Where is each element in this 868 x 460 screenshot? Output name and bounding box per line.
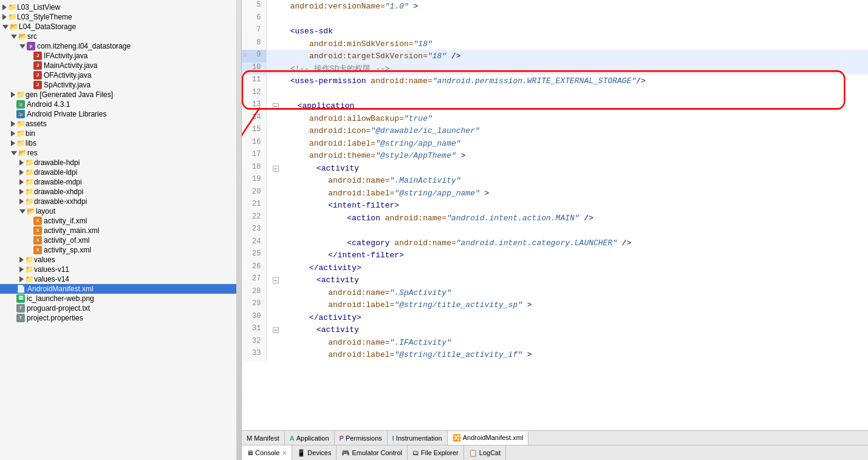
java-icon: J — [33, 52, 42, 60]
tab-logcat[interactable]: 📋 LogCat — [464, 445, 506, 460]
tree-label: L03_StyleTheme — [17, 13, 72, 21]
tree-item-package[interactable]: p com.itzheng.l04_datastorage — [0, 41, 236, 51]
lib-icon: 📚 — [16, 110, 25, 118]
console-close-icon: ✕ — [282, 450, 287, 456]
bottom-tabs: M Manifest A Application P Permissions I… — [242, 430, 868, 460]
expand-icon — [19, 266, 24, 272]
tree-item-bin[interactable]: 📁 bin — [0, 129, 236, 138]
tree-item-src[interactable]: 📂 src — [0, 32, 236, 41]
tree-item-project-props[interactable]: T project.properties — [0, 313, 236, 323]
tree-item-drawable-xhdpi[interactable]: 📁 drawable-xhdpi — [0, 187, 236, 197]
tree-item-ifactivity[interactable]: J IFActivity.java — [0, 51, 236, 61]
tree-label: SpActivity.java — [44, 81, 91, 89]
tree-item-drawable-ldpi[interactable]: 📁 drawable-ldpi — [0, 167, 236, 177]
tree-item-spactivity[interactable]: J SpActivity.java — [0, 80, 236, 90]
expand-icon — [19, 44, 26, 49]
tree-item-layout[interactable]: 📂 layout — [0, 206, 236, 216]
tree-item-activity-if[interactable]: X activity_if.xml — [0, 216, 236, 226]
tree-item-android-private[interactable]: 📚 Android Private Libraries — [0, 109, 236, 119]
file-explorer-tab-label: File Explorer — [421, 449, 459, 456]
tree-label: values-v11 — [34, 265, 69, 274]
folder-icon: 📁 — [25, 275, 34, 283]
tree-item-activity-main[interactable]: X activity_main.xml — [0, 226, 236, 235]
code-line-15: 15 android:icon="@drawable/ic_launcher" — [242, 124, 868, 137]
fold-icon-31[interactable]: − — [273, 327, 279, 333]
tree-item-mainactivity[interactable]: J MainActivity.java — [0, 61, 236, 70]
code-scroll-area[interactable]: 5 android:versionName="1.0" > 6 7 <uses-… — [242, 0, 868, 430]
fold-icon-13[interactable]: − — [273, 103, 279, 109]
tree-label: Android Private Libraries — [27, 110, 106, 118]
code-line-12: 12 — [242, 87, 868, 100]
tree-item-activity-of[interactable]: X activity_of.xml — [0, 235, 236, 245]
tab-androidmanifest-xml[interactable]: 🔀 AndroidManifest.xml — [448, 431, 529, 445]
tree-item-activity-sp[interactable]: X activity_sp.xml — [0, 245, 236, 255]
folder-icon: 📁 — [8, 3, 17, 12]
tree-label: ic_launcher-web.png — [27, 294, 94, 303]
manifest-tab-icon: M — [247, 435, 252, 442]
tab-emulator-control[interactable]: 🎮 Emulator Control — [337, 445, 408, 460]
tree-item-gen[interactable]: 📁 gen [Generated Java Files] — [0, 90, 236, 100]
tab-manifest[interactable]: M Manifest — [242, 431, 285, 445]
code-line-25: 25 </intent-filter> — [242, 249, 868, 262]
tree-label: src — [27, 32, 37, 41]
tree-item-proguard[interactable]: T proguard-project.txt — [0, 303, 236, 313]
tree-item-values[interactable]: 📁 values — [0, 255, 236, 265]
tree-item-drawable-mdpi[interactable]: 📁 drawable-mdpi — [0, 177, 236, 187]
expand-icon — [11, 35, 17, 39]
code-line-16: 16 android:label="@string/app_name" — [242, 137, 868, 150]
code-line-13: 13 − <application — [242, 100, 868, 112]
tab-permissions[interactable]: P Permissions — [335, 431, 388, 445]
tab-file-explorer[interactable]: 🗂 File Explorer — [408, 445, 464, 460]
tree-item-android431[interactable]: 🤖 Android 4.3.1 — [0, 100, 236, 109]
file-explorer-tab-icon: 🗂 — [412, 449, 419, 456]
fold-icon-18[interactable]: − — [273, 166, 279, 172]
tab-devices[interactable]: 📱 Devices — [292, 445, 337, 460]
file-tree[interactable]: 📁 L03_ListView 📁 L03_StyleTheme 📂 L04_Da… — [0, 0, 237, 460]
tree-item-l03styletheme[interactable]: 📁 L03_StyleTheme — [0, 12, 236, 22]
code-line-11: 11 <uses-permission android:name="androi… — [242, 75, 868, 87]
tree-item-res[interactable]: 📂 res — [0, 148, 236, 158]
tree-item-libs[interactable]: 📁 libs — [0, 138, 236, 148]
tree-item-values-v11[interactable]: 📁 values-v11 — [0, 265, 236, 274]
expand-icon — [19, 209, 26, 214]
xml-icon: X — [33, 246, 42, 254]
expand-icon — [11, 121, 15, 127]
tree-label: layout — [36, 207, 55, 215]
tab-instrumentation[interactable]: I Instrumentation — [388, 431, 448, 445]
application-tab-icon: A — [290, 435, 295, 442]
code-line-21: 21 <intent-filter> — [242, 199, 868, 212]
txt-icon: T — [16, 304, 25, 313]
tree-item-drawable-xxhdpi[interactable]: 📁 drawable-xxhdpi — [0, 197, 236, 206]
tab-application[interactable]: A Application — [285, 431, 335, 445]
fold-icon-27[interactable]: − — [273, 277, 279, 283]
tree-label: activity_of.xml — [44, 236, 89, 245]
expand-icon — [11, 140, 15, 146]
code-line-14: 14 android:allowBackup="true" — [242, 112, 868, 125]
code-line-24: 24 <category android:name="android.inten… — [242, 237, 868, 249]
tree-item-values-v14[interactable]: 📁 values-v14 — [0, 274, 236, 284]
instrumentation-tab-label: Instrumentation — [396, 435, 442, 442]
code-line-31: 31 − <activity — [242, 323, 868, 336]
tree-label: OFActivity.java — [44, 71, 91, 79]
code-line-27: 27 − <activity — [242, 274, 868, 286]
sidebar-scrollbar[interactable] — [237, 0, 242, 460]
tree-item-assets[interactable]: 📁 assets — [0, 119, 236, 129]
tree-item-l03listview[interactable]: 📁 L03_ListView — [0, 2, 236, 12]
folder-icon: 📁 — [8, 13, 17, 21]
tree-label: assets — [26, 120, 47, 128]
txt-icon: T — [16, 314, 25, 322]
manifest-tab-label: Manifest — [254, 435, 279, 442]
tree-label: AndroidManifest.xml — [27, 285, 94, 293]
manifest-tab-row: M Manifest A Application P Permissions I… — [242, 431, 868, 445]
code-line-26: 26 </activity> — [242, 262, 868, 274]
tree-item-l04datastorage[interactable]: 📂 L04_DataStorage — [0, 22, 236, 32]
folder-icon: 📁 — [25, 168, 34, 177]
code-line-30: 30 </activity> — [242, 311, 868, 324]
tree-item-drawable-hdpi[interactable]: 📁 drawable-hdpi — [0, 158, 236, 167]
tree-item-ofactivity[interactable]: J OFActivity.java — [0, 70, 236, 80]
tab-console[interactable]: 🖥 Console ✕ — [242, 445, 292, 460]
tree-item-androidmanifest[interactable]: 📄 AndroidManifest.xml — [0, 284, 236, 294]
code-editor: 5 android:versionName="1.0" > 6 7 <uses-… — [242, 0, 868, 460]
tree-item-ic-launcher[interactable]: 🖼 ic_launcher-web.png — [0, 294, 236, 303]
code-line-32: 32 android:name=".IFActivity" — [242, 336, 868, 349]
